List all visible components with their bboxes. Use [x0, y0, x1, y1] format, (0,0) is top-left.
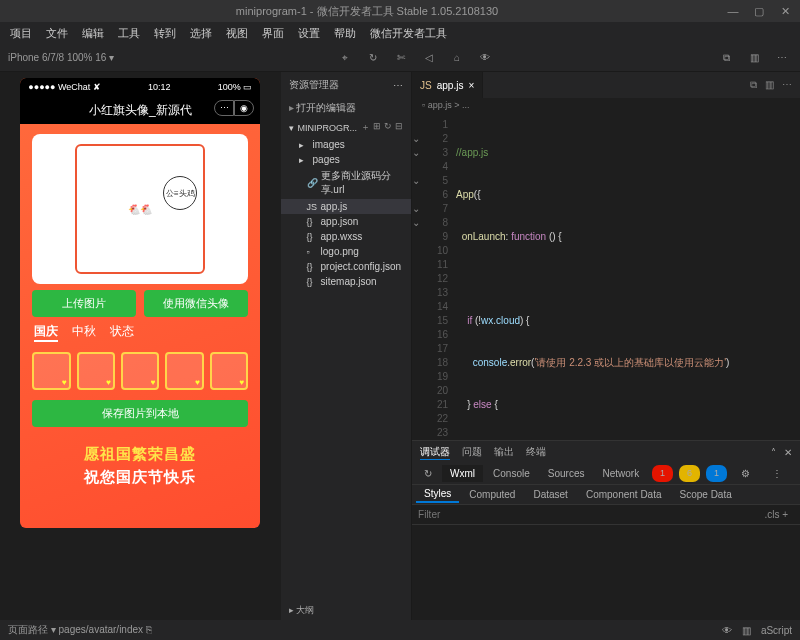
- eye-status-icon[interactable]: 👁: [722, 625, 732, 636]
- code-editor[interactable]: 12⌄3⌄45⌄67⌄8⌄910111213141516171819202122…: [412, 116, 800, 440]
- refresh-icon[interactable]: ↻: [363, 48, 383, 68]
- upload-button[interactable]: 上传图片: [32, 290, 136, 317]
- explorer-title: 资源管理器: [289, 78, 339, 92]
- tree-item[interactable]: {}project.config.json: [281, 259, 412, 274]
- avatar-image[interactable]: 🐔🐔 公≡头鸡: [75, 144, 205, 274]
- tree-item[interactable]: JSapp.js: [281, 199, 412, 214]
- err-badge[interactable]: 1: [652, 465, 673, 482]
- minimize-icon[interactable]: —: [726, 5, 740, 18]
- file-icon: {}: [307, 217, 317, 227]
- devtab-sources[interactable]: Sources: [540, 465, 593, 482]
- devtab-console[interactable]: Console: [485, 465, 538, 482]
- tree-item[interactable]: {}app.wxss: [281, 229, 412, 244]
- menu-help[interactable]: 帮助: [328, 24, 362, 43]
- save-button[interactable]: 保存图片到本地: [32, 400, 248, 427]
- tree-item[interactable]: ▸pages: [281, 152, 412, 167]
- menu-file[interactable]: 文件: [40, 24, 74, 43]
- menu-edit[interactable]: 编辑: [76, 24, 110, 43]
- menu-tools[interactable]: 工具: [112, 24, 146, 43]
- capsule-close-icon[interactable]: ◉: [234, 100, 254, 116]
- frame-option[interactable]: [165, 352, 203, 390]
- use-wechat-button[interactable]: 使用微信头像: [144, 290, 248, 317]
- chicken-icon: 🐔🐔: [128, 204, 152, 215]
- eye-icon[interactable]: 👁: [475, 48, 495, 68]
- subtab-computed[interactable]: Computed: [461, 487, 523, 502]
- capsule-menu-icon[interactable]: ⋯: [214, 100, 234, 116]
- debugger-pane: 调试器 问题 输出 终端 ˄ ✕ ↻ Wxml Console Sources …: [412, 440, 800, 620]
- split-editor-icon[interactable]: ▥: [765, 79, 774, 91]
- warn-badge[interactable]: 6: [679, 465, 700, 482]
- breadcrumb[interactable]: ▫ app.js > ...: [412, 98, 800, 116]
- refresh-tree-icon[interactable]: ↻: [384, 121, 392, 134]
- tree-item[interactable]: 🔗更多商业源码分享.url: [281, 167, 412, 199]
- dbg-tab-terminal[interactable]: 终端: [526, 445, 546, 459]
- subtab-styles[interactable]: Styles: [416, 486, 459, 503]
- frame-option[interactable]: [210, 352, 248, 390]
- file-icon: ▸: [299, 155, 309, 165]
- maximize-icon[interactable]: ▢: [752, 5, 766, 18]
- info-badge[interactable]: 1: [706, 465, 727, 482]
- frame-option[interactable]: [77, 352, 115, 390]
- menu-settings[interactable]: 设置: [292, 24, 326, 43]
- dbg-tab-problems[interactable]: 问题: [462, 445, 482, 459]
- tab-zhongqiu[interactable]: 中秋: [72, 323, 96, 342]
- more-icon[interactable]: ⋯: [772, 48, 792, 68]
- explorer-more-icon[interactable]: ⋯: [393, 80, 403, 91]
- subtab-componentdata[interactable]: Component Data: [578, 487, 670, 502]
- titlebar: miniprogram-1 - 微信开发者工具 Stable 1.05.2108…: [0, 0, 800, 22]
- dbg-expand-icon[interactable]: ˄: [771, 447, 776, 458]
- lang-label[interactable]: aScript: [761, 625, 792, 636]
- dbg-tab-debugger[interactable]: 调试器: [420, 445, 450, 460]
- menu-devtools[interactable]: 微信开发者工具: [364, 24, 453, 43]
- open-editors-section[interactable]: 打开的编辑器: [281, 98, 412, 118]
- close-tab-icon[interactable]: ×: [468, 80, 474, 91]
- file-icon: JS: [307, 202, 317, 212]
- tab-guoqing[interactable]: 国庆: [34, 323, 58, 342]
- clock-label: 10:12: [148, 82, 171, 92]
- page-path[interactable]: 页面路径 ▾ pages/avatar/index ⎘: [8, 623, 152, 637]
- menu-goto[interactable]: 转到: [148, 24, 182, 43]
- split-icon[interactable]: ▥: [744, 48, 764, 68]
- frame-option[interactable]: [121, 352, 159, 390]
- new-file-icon[interactable]: ＋: [361, 121, 370, 134]
- split-status-icon[interactable]: ▥: [742, 625, 751, 636]
- phone-statusbar: ●●●●● WeChat ✘ 10:12 100% ▭: [20, 78, 260, 96]
- dbg-tab-output[interactable]: 输出: [494, 445, 514, 459]
- subtab-dataset[interactable]: Dataset: [525, 487, 575, 502]
- cut-icon[interactable]: ✄: [391, 48, 411, 68]
- frame-option[interactable]: [32, 352, 70, 390]
- home-icon[interactable]: ⌂: [447, 48, 467, 68]
- tree-item[interactable]: ▸images: [281, 137, 412, 152]
- theme-tabs: 国庆 中秋 状态: [20, 317, 260, 348]
- tree-item[interactable]: {}app.json: [281, 214, 412, 229]
- cls-toggle[interactable]: .cls +: [758, 509, 794, 520]
- tab-app-js[interactable]: JS app.js ×: [412, 72, 483, 98]
- detach-icon[interactable]: ⧉: [716, 48, 736, 68]
- menu-project[interactable]: 项目: [4, 24, 38, 43]
- filter-input[interactable]: [418, 509, 758, 520]
- menu-select[interactable]: 选择: [184, 24, 218, 43]
- devtab-network[interactable]: Network: [594, 465, 647, 482]
- menu-view[interactable]: 视图: [220, 24, 254, 43]
- status-bar: 页面路径 ▾ pages/avatar/index ⎘ 👁 ▥ aScript: [0, 620, 800, 640]
- dbg-close-icon[interactable]: ✕: [784, 447, 792, 458]
- subtab-scopedata[interactable]: Scope Data: [672, 487, 740, 502]
- gear-icon[interactable]: ⚙: [733, 465, 758, 482]
- collapse-icon[interactable]: ⊟: [395, 121, 403, 134]
- new-folder-icon[interactable]: ⊞: [373, 121, 381, 134]
- devtab-wxml[interactable]: Wxml: [442, 465, 483, 482]
- close-icon[interactable]: ✕: [778, 5, 792, 18]
- menu-ui[interactable]: 界面: [256, 24, 290, 43]
- compare-icon[interactable]: ⧉: [750, 79, 757, 91]
- more-editor-icon[interactable]: ⋯: [782, 79, 792, 91]
- device-select[interactable]: iPhone 6/7/8 100% 16 ▾: [8, 52, 114, 63]
- project-section[interactable]: ▾MINIPROGR... ＋ ⊞ ↻ ⊟: [281, 118, 412, 137]
- tree-item[interactable]: {}sitemap.json: [281, 274, 412, 289]
- outline-section[interactable]: 大纲: [281, 602, 412, 620]
- tree-item[interactable]: ▫logo.png: [281, 244, 412, 259]
- back-icon[interactable]: ◁: [419, 48, 439, 68]
- dbg-more-icon[interactable]: ⋮: [764, 465, 790, 482]
- tab-status[interactable]: 状态: [110, 323, 134, 342]
- dbg-reload-icon[interactable]: ↻: [416, 465, 440, 482]
- pointer-icon[interactable]: ⌖: [335, 48, 355, 68]
